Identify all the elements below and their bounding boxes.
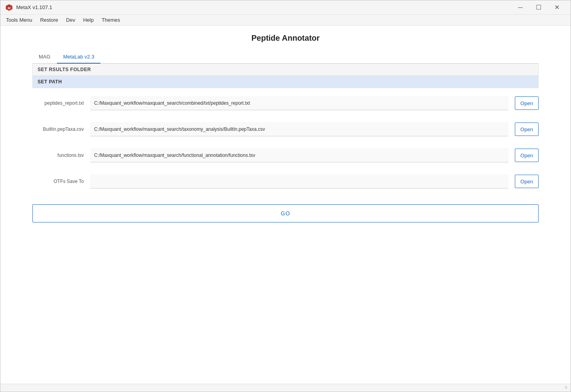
set-path-header: SET PATH bbox=[32, 76, 539, 88]
svg-text:M: M bbox=[8, 6, 11, 10]
close-button[interactable]: ✕ bbox=[548, 0, 566, 15]
file-row-otfs-save-to: OTFs Save To Open bbox=[32, 174, 539, 188]
open-button-peptides-report[interactable]: Open bbox=[515, 96, 539, 110]
open-button-otfs-save-to[interactable]: Open bbox=[515, 175, 539, 188]
file-row-peptides-report: peptides_report.txt Open bbox=[32, 96, 539, 110]
go-button[interactable]: GO bbox=[32, 204, 539, 222]
main-content: Peptide Annotator MAG MetaLab v2.3 SET R… bbox=[0, 26, 571, 384]
menu-help[interactable]: Help bbox=[79, 15, 98, 24]
menu-tools-menu[interactable]: Tools Menu bbox=[2, 15, 36, 24]
label-builtin-peptaxa: BuiltIn.pepTaxa.csv bbox=[32, 126, 84, 132]
app-icon: M bbox=[5, 4, 13, 11]
label-otfs-save-to: OTFs Save To bbox=[32, 179, 84, 184]
open-button-functions-tsv[interactable]: Open bbox=[515, 149, 539, 162]
menu-restore[interactable]: Restore bbox=[36, 15, 62, 24]
minimize-button[interactable]: ─ bbox=[511, 0, 529, 15]
label-peptides-report: peptides_report.txt bbox=[32, 100, 84, 106]
input-functions-tsv[interactable] bbox=[90, 148, 509, 162]
window-controls: ─ ☐ ✕ bbox=[511, 0, 566, 15]
menu-dev[interactable]: Dev bbox=[62, 15, 79, 24]
input-peptides-report[interactable] bbox=[90, 96, 509, 110]
go-button-container: GO bbox=[32, 204, 539, 222]
tab-metalab[interactable]: MetaLab v2.3 bbox=[57, 51, 101, 64]
results-folder-header: SET RSULTS FOLDER bbox=[32, 64, 539, 76]
file-row-builtin-peptaxa: BuiltIn.pepTaxa.csv Open bbox=[32, 122, 539, 136]
input-otfs-save-to[interactable] bbox=[90, 174, 509, 188]
menu-bar: Tools Menu Restore Dev Help Themes bbox=[0, 15, 571, 26]
title-bar: M MetaX v1.107.1 ─ ☐ ✕ bbox=[0, 0, 571, 15]
file-rows: peptides_report.txt Open BuiltIn.pepTaxa… bbox=[32, 96, 539, 188]
menu-themes[interactable]: Themes bbox=[98, 15, 124, 24]
section-bar: SET RSULTS FOLDER SET PATH bbox=[32, 64, 539, 88]
page-title: Peptide Annotator bbox=[251, 34, 320, 43]
file-row-functions-tsv: functions.tsv Open bbox=[32, 148, 539, 162]
input-builtin-peptaxa[interactable] bbox=[90, 122, 509, 136]
tabs-container: MAG MetaLab v2.3 bbox=[32, 51, 539, 64]
app-window: M MetaX v1.107.1 ─ ☐ ✕ Tools Menu Restor… bbox=[0, 0, 571, 392]
window-title: MetaX v1.107.1 bbox=[16, 4, 511, 10]
tab-mag[interactable]: MAG bbox=[32, 51, 57, 64]
status-bar: ⠿ bbox=[0, 384, 571, 392]
open-button-builtin-peptaxa[interactable]: Open bbox=[515, 122, 539, 136]
label-functions-tsv: functions.tsv bbox=[32, 153, 84, 158]
maximize-button[interactable]: ☐ bbox=[529, 0, 548, 15]
status-indicator: ⠿ bbox=[565, 386, 567, 390]
